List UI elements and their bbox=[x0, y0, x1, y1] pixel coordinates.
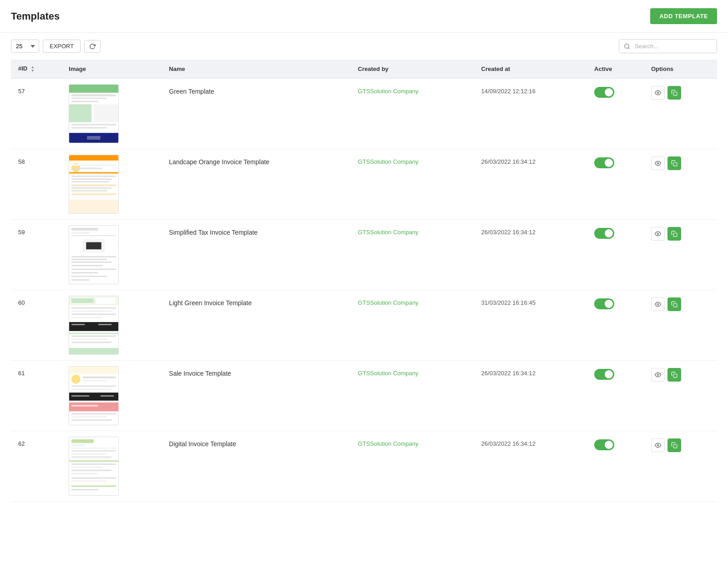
copy-button-62[interactable] bbox=[667, 438, 681, 452]
svg-rect-20 bbox=[69, 172, 118, 173]
svg-rect-22 bbox=[71, 178, 111, 180]
template-thumbnail-57[interactable] bbox=[69, 84, 119, 143]
svg-rect-31 bbox=[69, 226, 118, 284]
svg-rect-68 bbox=[83, 376, 116, 378]
cell-name-61: Sale Invoice Template bbox=[162, 360, 350, 431]
svg-rect-60 bbox=[71, 338, 107, 340]
per-page-select[interactable]: 10 25 50 100 bbox=[11, 40, 39, 53]
svg-rect-30 bbox=[673, 162, 677, 166]
cell-image-59 bbox=[61, 219, 162, 290]
sort-icon-id: ▲▼ bbox=[31, 65, 35, 73]
copy-button-61[interactable] bbox=[667, 368, 681, 382]
col-image: Image bbox=[61, 60, 162, 78]
copy-button-59[interactable] bbox=[667, 227, 681, 241]
col-id[interactable]: #ID ▲▼ bbox=[11, 60, 61, 78]
cell-options-57 bbox=[644, 78, 717, 149]
template-thumbnail-60[interactable] bbox=[69, 296, 119, 355]
refresh-icon bbox=[89, 43, 96, 50]
view-button-61[interactable] bbox=[651, 368, 665, 382]
table-row: 60 Light Green Invoice Template GTSSolut… bbox=[11, 290, 717, 360]
cell-creator-59[interactable]: GTSSolution Company bbox=[351, 219, 474, 290]
svg-rect-52 bbox=[71, 310, 111, 312]
svg-rect-4 bbox=[71, 94, 116, 96]
view-button-62[interactable] bbox=[651, 438, 665, 452]
col-created-by: Created by bbox=[351, 60, 474, 78]
copy-button-57[interactable] bbox=[667, 86, 681, 100]
cell-creator-60[interactable]: GTSSolution Company bbox=[351, 290, 474, 360]
svg-rect-62 bbox=[69, 348, 118, 354]
svg-rect-87 bbox=[71, 453, 107, 454]
toolbar: 10 25 50 100 EXPORT bbox=[0, 33, 728, 60]
cell-creator-61[interactable]: GTSSolution Company bbox=[351, 360, 474, 431]
cell-image-62 bbox=[61, 431, 162, 501]
copy-button-60[interactable] bbox=[667, 297, 681, 311]
cell-options-58 bbox=[644, 149, 717, 219]
svg-rect-96 bbox=[71, 485, 116, 487]
active-toggle-57[interactable] bbox=[594, 87, 614, 98]
cell-image-57 bbox=[61, 78, 162, 149]
cell-creator-58[interactable]: GTSSolution Company bbox=[351, 149, 474, 219]
svg-rect-21 bbox=[71, 176, 116, 177]
copy-button-58[interactable] bbox=[667, 156, 681, 170]
svg-rect-55 bbox=[69, 322, 118, 331]
svg-rect-23 bbox=[71, 181, 109, 182]
svg-rect-61 bbox=[71, 342, 111, 343]
active-toggle-61[interactable] bbox=[594, 369, 614, 380]
cell-id-58: 58 bbox=[11, 149, 61, 219]
active-toggle-60[interactable] bbox=[594, 298, 614, 309]
cell-id-61: 61 bbox=[11, 360, 61, 431]
template-thumbnail-58[interactable] bbox=[69, 155, 119, 214]
svg-point-98 bbox=[657, 444, 659, 446]
search-input[interactable] bbox=[635, 40, 717, 53]
svg-rect-54 bbox=[71, 317, 103, 318]
template-thumbnail-59[interactable] bbox=[69, 225, 119, 284]
col-name: Name bbox=[162, 60, 350, 78]
cell-name-60: Light Green Invoice Template bbox=[162, 290, 350, 360]
search-icon bbox=[619, 40, 635, 53]
svg-rect-59 bbox=[71, 335, 116, 337]
view-button-57[interactable] bbox=[651, 86, 665, 100]
cell-date-59: 26/03/2022 16:34:12 bbox=[474, 219, 587, 290]
svg-rect-84 bbox=[71, 444, 85, 446]
svg-rect-78 bbox=[71, 416, 107, 418]
svg-rect-73 bbox=[71, 395, 89, 397]
cell-id-62: 62 bbox=[11, 431, 61, 501]
cell-creator-62[interactable]: GTSSolution Company bbox=[351, 431, 474, 501]
copy-icon bbox=[671, 231, 677, 237]
svg-rect-10 bbox=[71, 127, 107, 128]
template-thumbnail-61[interactable] bbox=[69, 366, 119, 425]
active-toggle-62[interactable] bbox=[594, 439, 614, 450]
svg-rect-77 bbox=[71, 413, 116, 414]
table-row: 61 Sale Invoice Template GTSSolution Com… bbox=[11, 360, 717, 431]
svg-rect-38 bbox=[71, 258, 107, 260]
table-header: #ID ▲▼ Image Name Created by bbox=[11, 60, 717, 78]
svg-rect-34 bbox=[71, 235, 116, 236]
options-buttons-61 bbox=[651, 368, 710, 382]
refresh-button[interactable] bbox=[84, 40, 101, 53]
cell-name-57: Green Template bbox=[162, 78, 350, 149]
view-button-58[interactable] bbox=[651, 156, 665, 170]
svg-rect-70 bbox=[71, 385, 116, 387]
cell-creator-57[interactable]: GTSSolution Company bbox=[351, 78, 474, 149]
cell-date-60: 31/03/2022 16:16:45 bbox=[474, 290, 587, 360]
svg-rect-51 bbox=[71, 307, 116, 308]
svg-rect-75 bbox=[69, 402, 118, 411]
export-button[interactable]: EXPORT bbox=[43, 40, 81, 53]
template-thumbnail-62[interactable] bbox=[69, 437, 119, 496]
add-template-button[interactable]: ADD TEMPLATE bbox=[650, 8, 717, 24]
svg-rect-18 bbox=[71, 164, 116, 166]
col-created-at: Created at bbox=[474, 60, 587, 78]
svg-rect-71 bbox=[71, 388, 111, 390]
toolbar-right bbox=[619, 39, 717, 53]
cell-options-60 bbox=[644, 290, 717, 360]
view-button-60[interactable] bbox=[651, 297, 665, 311]
view-button-59[interactable] bbox=[651, 227, 665, 241]
col-active: Active bbox=[587, 60, 644, 78]
toggle-slider-58 bbox=[594, 157, 614, 168]
svg-rect-99 bbox=[673, 444, 677, 448]
svg-rect-16 bbox=[69, 155, 118, 161]
active-toggle-59[interactable] bbox=[594, 228, 614, 239]
search-wrapper bbox=[619, 39, 717, 53]
active-toggle-58[interactable] bbox=[594, 157, 614, 168]
svg-rect-90 bbox=[71, 463, 116, 465]
